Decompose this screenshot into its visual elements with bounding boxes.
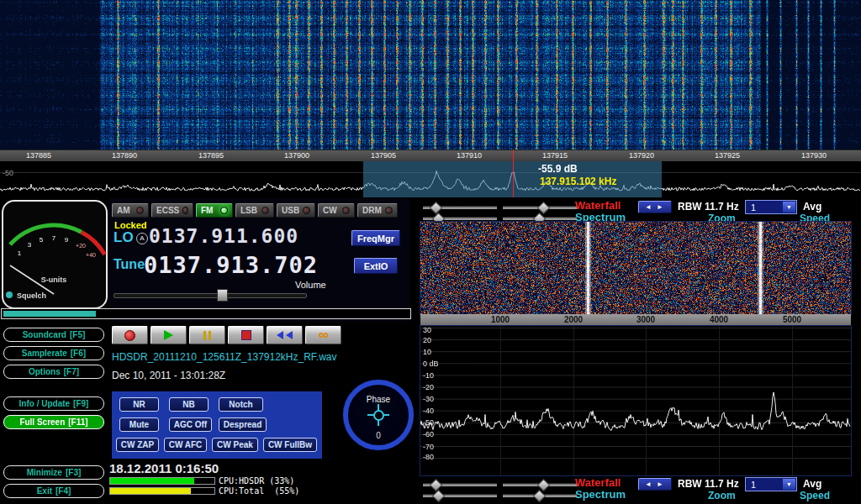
- audio-scale-label: 4000: [702, 315, 736, 324]
- tuning-cursor[interactable]: [513, 150, 514, 197]
- button-label: Minimize: [27, 468, 62, 477]
- button-label: Soundcard: [23, 330, 66, 339]
- audio-spectrum-display[interactable]: 30 20 10 0 dB -10 -20 -30 -40 -50 -60 -7…: [420, 326, 851, 475]
- mode-led: [385, 207, 393, 214]
- soundcard-button[interactable]: Soundcard[F5]: [3, 328, 104, 342]
- freqmgr-button[interactable]: FreqMgr: [351, 230, 400, 246]
- mode-button-usb[interactable]: USB: [277, 203, 315, 218]
- lo-frequency-display[interactable]: 0137.911.600: [149, 225, 298, 247]
- samplerate-button[interactable]: Samplerate[F6]: [3, 346, 104, 360]
- waterfall-label[interactable]: Waterfall: [575, 199, 621, 212]
- spectrum-label-2[interactable]: Spectrum: [575, 488, 626, 501]
- button-label: Full Screen: [19, 417, 65, 427]
- avg-select-value: 1: [751, 480, 756, 490]
- audio-waterfall-canvas: [420, 222, 851, 314]
- info-update-button[interactable]: Info / Update[F9]: [3, 396, 104, 411]
- level-bar[interactable]: [1, 308, 411, 319]
- mode-button-cw[interactable]: CW: [318, 203, 355, 218]
- button-hotkey: [F9]: [73, 399, 88, 408]
- cw-fullbw-button[interactable]: CW FullBw: [263, 438, 317, 452]
- minimize-button[interactable]: Minimize[F3]: [3, 465, 104, 480]
- db-axis-label: -40: [423, 407, 434, 415]
- mode-button-am[interactable]: AM: [112, 203, 149, 218]
- slider-thumb[interactable]: [533, 490, 547, 503]
- freq-scale-label: 137915: [535, 151, 575, 160]
- mode-button-fm[interactable]: FM: [196, 203, 233, 218]
- s-meter-tick-label: 3: [28, 241, 32, 249]
- cpu-hdsdr-fill: [110, 478, 194, 484]
- avg-select[interactable]: 1 ▼: [745, 200, 797, 214]
- notch-button[interactable]: Notch: [219, 397, 263, 412]
- playback-controls: ∞: [112, 326, 341, 344]
- wav-file-date: Dec 10, 2011 - 13:01:28Z: [112, 370, 225, 381]
- tune-label: Tune: [114, 257, 145, 272]
- chevron-down-icon[interactable]: ▼: [783, 202, 795, 213]
- frequency-scale[interactable]: 137885 137890 137895 137900 137905 13791…: [0, 150, 861, 162]
- button-label: Samplerate: [22, 349, 67, 358]
- s-meter-tick-label: +40: [86, 252, 96, 258]
- mode-label: AM: [117, 206, 130, 215]
- mode-button-drm[interactable]: DRM: [357, 203, 398, 218]
- main-waterfall-display[interactable]: [0, 0, 861, 150]
- volume-slider-track[interactable]: [114, 293, 307, 298]
- mode-button-lsb[interactable]: LSB: [235, 203, 274, 218]
- slider-thumb[interactable]: [430, 202, 443, 215]
- agc-button[interactable]: AGC Off: [169, 417, 212, 432]
- slider-thumb[interactable]: [432, 490, 446, 503]
- cpu-total-fill: [110, 488, 191, 494]
- audio-scale-label: 5000: [775, 315, 809, 324]
- chevron-down-icon[interactable]: ▼: [783, 479, 795, 490]
- loop-button[interactable]: ∞: [305, 326, 341, 344]
- s-meter-tick-label: +20: [76, 243, 86, 249]
- zoom-arrows-button-2[interactable]: ◄ ►: [638, 478, 672, 491]
- volume-slider-thumb[interactable]: [217, 289, 228, 302]
- level-bar-fill: [3, 311, 96, 317]
- db-axis-label: -10: [423, 371, 434, 380]
- mute-button[interactable]: Mute: [119, 417, 159, 432]
- button-hotkey: [F3]: [66, 468, 81, 477]
- slider-thumb[interactable]: [430, 479, 443, 492]
- db-axis-label: -70: [423, 443, 434, 451]
- squelch-knob[interactable]: [6, 291, 13, 298]
- freq-scale-label: 137910: [449, 151, 489, 160]
- tune-frequency-display[interactable]: 0137.913.702: [144, 252, 318, 278]
- cw-afc-button[interactable]: CW AFC: [164, 438, 207, 452]
- s-meter[interactable]: 1 3 5 7 9 +20 +40 S-units Squelch: [2, 200, 108, 309]
- record-button[interactable]: [112, 326, 148, 344]
- db-axis-label: -50: [423, 418, 434, 427]
- pause-button[interactable]: [189, 326, 225, 344]
- options-button[interactable]: Options[F7]: [3, 365, 104, 379]
- lo-lock-badge[interactable]: A: [136, 233, 148, 244]
- lo-label: LO: [114, 229, 134, 246]
- cpu-total-meter: [109, 487, 215, 495]
- cw-zap-button[interactable]: CW ZAP: [116, 438, 159, 452]
- mode-label: CW: [323, 206, 337, 215]
- extio-button[interactable]: ExtIO: [354, 258, 398, 274]
- nb-button[interactable]: NB: [169, 397, 209, 412]
- overview-spectrum[interactable]: -50 -55.9 dB 137.915.102 kHz: [0, 161, 861, 197]
- cw-peak-button[interactable]: CW Peak: [212, 438, 258, 452]
- button-label: Info / Update: [19, 399, 71, 408]
- squelch-label: Squelch: [17, 291, 46, 300]
- stop-button[interactable]: [228, 326, 264, 344]
- audio-frequency-scale[interactable]: 1000 2000 3000 4000 5000: [420, 314, 851, 326]
- mode-button-ecss[interactable]: ECSS: [151, 203, 193, 218]
- rewind-icon: [277, 331, 283, 339]
- avg-select-2[interactable]: 1 ▼: [745, 477, 797, 491]
- mode-led: [136, 207, 144, 214]
- despread-button[interactable]: Despread: [219, 417, 267, 432]
- exit-button[interactable]: Exit[F4]: [3, 484, 104, 498]
- rewind-button[interactable]: [267, 326, 303, 344]
- audio-waterfall-display[interactable]: [420, 222, 851, 314]
- fullscreen-button[interactable]: Full Screen[F11]: [3, 415, 104, 429]
- speed-label-2: Speed: [800, 490, 830, 501]
- hdsdr-window: 137885 137890 137895 137900 137905 13791…: [0, 0, 861, 504]
- nr-button[interactable]: NR: [119, 397, 159, 412]
- button-hotkey: [F11]: [68, 417, 87, 427]
- play-button[interactable]: [151, 326, 187, 344]
- s-meter-tick-label: 5: [40, 236, 44, 244]
- db-axis-label: 0 dB: [423, 360, 439, 368]
- db-axis-label: -30: [423, 395, 434, 403]
- zoom-arrows-button[interactable]: ◄ ►: [638, 201, 672, 213]
- waterfall-label-2[interactable]: Waterfall: [575, 476, 621, 489]
